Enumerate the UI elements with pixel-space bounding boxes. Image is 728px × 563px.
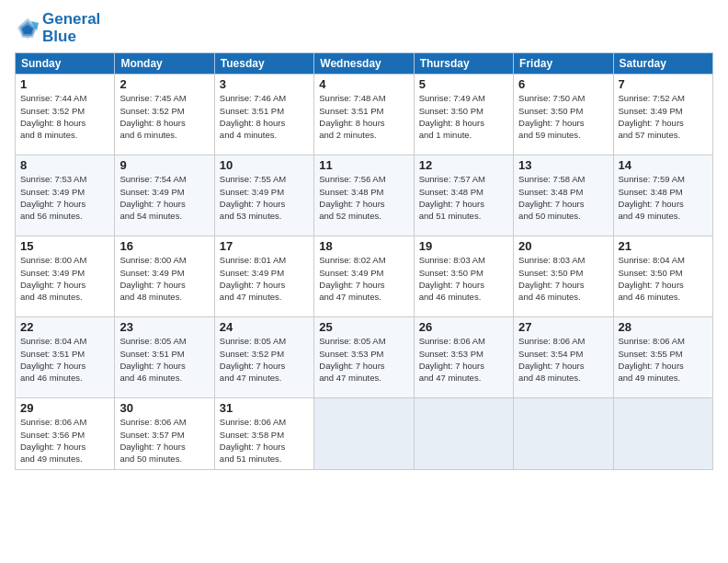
calendar-cell: 14Sunrise: 7:59 AMSunset: 3:48 PMDayligh… — [613, 155, 712, 236]
week-row-2: 8Sunrise: 7:53 AMSunset: 3:49 PMDaylight… — [16, 155, 713, 236]
week-row-1: 1Sunrise: 7:44 AMSunset: 3:52 PMDaylight… — [16, 75, 713, 155]
week-row-5: 29Sunrise: 8:06 AMSunset: 3:56 PMDayligh… — [16, 398, 713, 470]
logo-icon — [15, 16, 40, 41]
weekday-header-sunday: Sunday — [16, 53, 115, 75]
calendar-cell: 29Sunrise: 8:06 AMSunset: 3:56 PMDayligh… — [16, 398, 115, 470]
day-info: Sunrise: 8:02 AMSunset: 3:49 PMDaylight:… — [319, 254, 408, 303]
calendar-cell: 18Sunrise: 8:02 AMSunset: 3:49 PMDayligh… — [314, 236, 414, 317]
day-info: Sunrise: 7:59 AMSunset: 3:48 PMDaylight:… — [619, 173, 708, 222]
day-number: 3 — [220, 77, 309, 91]
calendar-cell: 21Sunrise: 8:04 AMSunset: 3:50 PMDayligh… — [613, 236, 712, 317]
day-number: 7 — [619, 77, 708, 91]
day-number: 16 — [119, 239, 209, 253]
day-number: 18 — [319, 239, 408, 253]
weekday-header-saturday: Saturday — [613, 53, 712, 75]
day-number: 2 — [119, 77, 209, 91]
day-info: Sunrise: 8:01 AMSunset: 3:49 PMDaylight:… — [220, 254, 309, 303]
weekday-header-tuesday: Tuesday — [214, 53, 313, 75]
day-info: Sunrise: 7:50 AMSunset: 3:50 PMDaylight:… — [518, 92, 608, 141]
week-row-3: 15Sunrise: 8:00 AMSunset: 3:49 PMDayligh… — [16, 236, 713, 317]
calendar-cell: 23Sunrise: 8:05 AMSunset: 3:51 PMDayligh… — [115, 317, 214, 398]
day-info: Sunrise: 8:06 AMSunset: 3:54 PMDaylight:… — [518, 335, 608, 384]
calendar-cell: 9Sunrise: 7:54 AMSunset: 3:49 PMDaylight… — [115, 155, 214, 236]
calendar-cell: 2Sunrise: 7:45 AMSunset: 3:52 PMDaylight… — [115, 75, 214, 155]
calendar-cell: 26Sunrise: 8:06 AMSunset: 3:53 PMDayligh… — [414, 317, 513, 398]
day-number: 8 — [20, 158, 109, 172]
calendar-cell: 4Sunrise: 7:48 AMSunset: 3:51 PMDaylight… — [314, 75, 414, 155]
day-number: 1 — [20, 77, 109, 91]
day-info: Sunrise: 7:58 AMSunset: 3:48 PMDaylight:… — [518, 173, 608, 222]
day-info: Sunrise: 8:05 AMSunset: 3:51 PMDaylight:… — [119, 335, 209, 384]
day-info: Sunrise: 7:55 AMSunset: 3:49 PMDaylight:… — [220, 173, 309, 222]
day-info: Sunrise: 7:53 AMSunset: 3:49 PMDaylight:… — [20, 173, 109, 222]
calendar-cell: 15Sunrise: 8:00 AMSunset: 3:49 PMDayligh… — [16, 236, 115, 317]
day-info: Sunrise: 7:54 AMSunset: 3:49 PMDaylight:… — [119, 173, 209, 222]
day-info: Sunrise: 8:03 AMSunset: 3:50 PMDaylight:… — [419, 254, 508, 303]
calendar-cell: 8Sunrise: 7:53 AMSunset: 3:49 PMDaylight… — [16, 155, 115, 236]
day-info: Sunrise: 8:05 AMSunset: 3:53 PMDaylight:… — [319, 335, 408, 384]
calendar-cell — [514, 398, 613, 470]
day-info: Sunrise: 8:00 AMSunset: 3:49 PMDaylight:… — [119, 254, 209, 303]
day-info: Sunrise: 8:06 AMSunset: 3:55 PMDaylight:… — [619, 335, 708, 384]
page: General Blue SundayMondayTuesdayWednesda… — [0, 0, 728, 563]
day-number: 6 — [518, 77, 608, 91]
logo-text: General Blue — [42, 11, 100, 45]
calendar-cell — [314, 398, 414, 470]
day-info: Sunrise: 7:57 AMSunset: 3:48 PMDaylight:… — [419, 173, 508, 222]
weekday-header-friday: Friday — [514, 53, 613, 75]
calendar-cell: 11Sunrise: 7:56 AMSunset: 3:48 PMDayligh… — [314, 155, 414, 236]
calendar-cell: 16Sunrise: 8:00 AMSunset: 3:49 PMDayligh… — [115, 236, 214, 317]
calendar-cell: 7Sunrise: 7:52 AMSunset: 3:49 PMDaylight… — [613, 75, 712, 155]
day-info: Sunrise: 7:49 AMSunset: 3:50 PMDaylight:… — [419, 92, 508, 141]
weekday-header-thursday: Thursday — [414, 53, 513, 75]
day-info: Sunrise: 8:04 AMSunset: 3:50 PMDaylight:… — [619, 254, 708, 303]
day-info: Sunrise: 8:06 AMSunset: 3:56 PMDaylight:… — [20, 416, 109, 465]
calendar-cell: 31Sunrise: 8:06 AMSunset: 3:58 PMDayligh… — [214, 398, 313, 470]
day-number: 4 — [319, 77, 408, 91]
day-number: 5 — [419, 77, 508, 91]
calendar-cell: 12Sunrise: 7:57 AMSunset: 3:48 PMDayligh… — [414, 155, 513, 236]
calendar-cell: 20Sunrise: 8:03 AMSunset: 3:50 PMDayligh… — [514, 236, 613, 317]
weekday-header-row: SundayMondayTuesdayWednesdayThursdayFrid… — [16, 53, 713, 75]
calendar-cell: 30Sunrise: 8:06 AMSunset: 3:57 PMDayligh… — [115, 398, 214, 470]
weekday-header-monday: Monday — [115, 53, 214, 75]
day-number: 22 — [20, 320, 109, 334]
day-number: 15 — [20, 239, 109, 253]
day-info: Sunrise: 8:06 AMSunset: 3:57 PMDaylight:… — [119, 416, 209, 465]
calendar-cell: 22Sunrise: 8:04 AMSunset: 3:51 PMDayligh… — [16, 317, 115, 398]
day-info: Sunrise: 7:48 AMSunset: 3:51 PMDaylight:… — [319, 92, 408, 141]
day-number: 27 — [518, 320, 608, 334]
day-number: 24 — [220, 320, 309, 334]
calendar-cell — [414, 398, 513, 470]
day-info: Sunrise: 8:05 AMSunset: 3:52 PMDaylight:… — [220, 335, 309, 384]
calendar-cell: 5Sunrise: 7:49 AMSunset: 3:50 PMDaylight… — [414, 75, 513, 155]
calendar-cell: 10Sunrise: 7:55 AMSunset: 3:49 PMDayligh… — [214, 155, 313, 236]
day-number: 13 — [518, 158, 608, 172]
calendar-cell: 19Sunrise: 8:03 AMSunset: 3:50 PMDayligh… — [414, 236, 513, 317]
calendar-cell: 6Sunrise: 7:50 AMSunset: 3:50 PMDaylight… — [514, 75, 613, 155]
day-number: 9 — [119, 158, 209, 172]
day-number: 20 — [518, 239, 608, 253]
day-info: Sunrise: 8:06 AMSunset: 3:58 PMDaylight:… — [220, 416, 309, 465]
day-info: Sunrise: 8:04 AMSunset: 3:51 PMDaylight:… — [20, 335, 109, 384]
calendar-cell: 24Sunrise: 8:05 AMSunset: 3:52 PMDayligh… — [214, 317, 313, 398]
calendar-cell — [613, 398, 712, 470]
day-info: Sunrise: 7:44 AMSunset: 3:52 PMDaylight:… — [20, 92, 109, 141]
logo: General Blue — [15, 11, 100, 45]
day-number: 26 — [419, 320, 508, 334]
day-info: Sunrise: 7:52 AMSunset: 3:49 PMDaylight:… — [619, 92, 708, 141]
day-number: 19 — [419, 239, 508, 253]
calendar-cell: 28Sunrise: 8:06 AMSunset: 3:55 PMDayligh… — [613, 317, 712, 398]
calendar-cell: 3Sunrise: 7:46 AMSunset: 3:51 PMDaylight… — [214, 75, 313, 155]
day-info: Sunrise: 8:06 AMSunset: 3:53 PMDaylight:… — [419, 335, 508, 384]
header: General Blue — [15, 11, 713, 45]
day-number: 11 — [319, 158, 408, 172]
day-number: 25 — [319, 320, 408, 334]
day-number: 31 — [220, 401, 309, 415]
calendar-cell: 13Sunrise: 7:58 AMSunset: 3:48 PMDayligh… — [514, 155, 613, 236]
day-info: Sunrise: 7:45 AMSunset: 3:52 PMDaylight:… — [119, 92, 209, 141]
day-number: 21 — [619, 239, 708, 253]
day-info: Sunrise: 8:00 AMSunset: 3:49 PMDaylight:… — [20, 254, 109, 303]
day-info: Sunrise: 7:46 AMSunset: 3:51 PMDaylight:… — [220, 92, 309, 141]
day-info: Sunrise: 8:03 AMSunset: 3:50 PMDaylight:… — [518, 254, 608, 303]
